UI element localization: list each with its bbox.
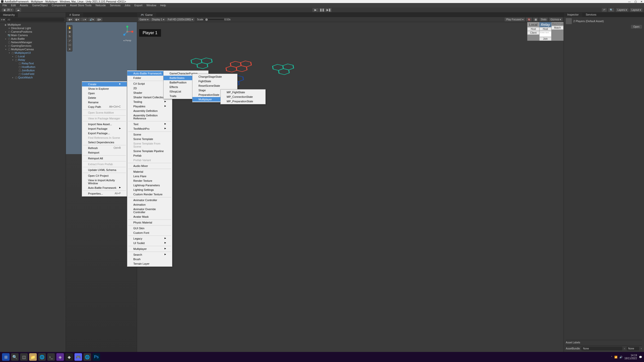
menu-export[interactable]: Export [132, 3, 144, 7]
mute-button[interactable]: 🔇 [526, 18, 532, 21]
account-button[interactable]: ◉ JR ▾ [2, 8, 14, 12]
layout-dropdown[interactable]: Layout ▾ [630, 8, 642, 12]
menu-help[interactable]: Help [158, 3, 168, 7]
menu-item[interactable]: Reimport All [82, 156, 127, 161]
menu-item[interactable]: Rename [82, 100, 127, 105]
relay-join-button[interactable]: Join [539, 37, 551, 41]
clock[interactable]: 14:19 18/11/2022 [624, 354, 637, 360]
menu-item[interactable]: Create▶ [82, 82, 127, 86]
search-button[interactable]: 🔍 [608, 8, 614, 12]
relay-code-input[interactable]: Enter text... [539, 31, 551, 37]
pause-button[interactable]: ❚❚ [319, 8, 325, 12]
layers-dropdown[interactable]: Layers ▾ [616, 8, 628, 12]
menu-window[interactable]: Window [144, 3, 158, 7]
menu-item[interactable]: Brush [127, 257, 172, 261]
assetbundle-variant-dropdown[interactable]: None [627, 347, 639, 350]
unity-icon[interactable]: ◆ [65, 353, 73, 361]
menu-item[interactable]: Auto-Battle Framework▶ [82, 186, 127, 190]
rect-tool[interactable]: ▭ [67, 43, 72, 47]
menu-item[interactable]: Text▶ [127, 122, 172, 126]
menu-item[interactable]: Select Dependencies [82, 140, 127, 145]
transform-tool[interactable]: ✦ [67, 47, 72, 51]
menu-item[interactable]: Properties...Alt+P [82, 191, 127, 196]
menu-item[interactable]: ChangeStageState [192, 74, 237, 79]
menu-item[interactable]: TextMeshPro▶ [127, 126, 172, 131]
menu-item[interactable]: Custom Font [127, 231, 172, 235]
local-client-button[interactable]: Client [527, 31, 539, 35]
discord-icon[interactable]: 🎮 [74, 353, 82, 361]
scale-tool[interactable]: ⤢ [67, 38, 72, 42]
menu-item[interactable]: Scene [127, 132, 172, 137]
local-host-button[interactable]: Host [527, 27, 539, 31]
menu-item[interactable]: Assembly Definition Reference [127, 113, 172, 121]
app-icon[interactable]: 🌐 [84, 353, 91, 361]
menu-item[interactable]: MP_PreparationState [221, 99, 265, 104]
explorer-icon[interactable]: 📁 [29, 353, 37, 361]
chrome-icon[interactable]: 🌐 [38, 353, 46, 361]
draw-mode-dropdown[interactable]: ◐▾ [74, 18, 80, 21]
menu-item[interactable]: Audio Mixer [127, 164, 172, 168]
assetbundle-dropdown[interactable]: None [581, 347, 622, 350]
menu-item[interactable]: Open C# Project [82, 173, 127, 178]
undo-history-button[interactable]: ↶ [602, 8, 607, 12]
hierarchy-item[interactable]: ▸▢CameraPositions [0, 30, 66, 33]
menu-component[interactable]: Component [50, 3, 68, 7]
shading-dropdown[interactable]: ◉▾ [67, 18, 73, 21]
step-button[interactable]: ▶❚ [326, 8, 332, 12]
menu-file[interactable]: File [1, 3, 9, 7]
menu-item[interactable]: Animator Controller [127, 198, 172, 202]
hierarchy-tree[interactable]: ◆Multiplayer☀Directional Light▸▢CameraPo… [0, 22, 66, 352]
hierarchy-item[interactable]: 📷Main Camera [0, 33, 66, 37]
menu-item[interactable]: Physic Material [127, 220, 172, 225]
menu-jobs[interactable]: Jobs [123, 3, 132, 7]
rotate-tool[interactable]: ↻ [67, 34, 72, 38]
scene-fx-button[interactable]: ▤▾ [96, 18, 102, 21]
display-dropdown[interactable]: Display 1 ▾ [150, 18, 166, 21]
hierarchy-item[interactable]: ▢RelayText [0, 62, 66, 65]
scene-tab[interactable]: #Scene [66, 13, 83, 17]
menu-asset store tools[interactable]: Asset Store Tools [68, 3, 93, 7]
menu-item[interactable]: Animator Override Controller [127, 207, 172, 214]
hierarchy-item[interactable]: ☀Directional Light [0, 26, 66, 30]
menu-item[interactable]: Export Package... [82, 131, 127, 135]
play-button[interactable]: ▶ [312, 8, 318, 12]
game-tab[interactable]: 🎮Game [137, 13, 156, 17]
hand-tool[interactable]: ✋ [67, 26, 72, 30]
menu-item[interactable]: Update UXML Schema [82, 168, 127, 172]
task-view-button[interactable]: ◫ [20, 353, 28, 361]
menu-gameobject[interactable]: GameObject [30, 3, 50, 7]
inspector-tab[interactable]: Inspector [564, 13, 582, 17]
menu-item[interactable]: Multiplayer▶ [127, 247, 172, 251]
menu-item[interactable]: Search▶ [127, 252, 172, 257]
relay-host-button[interactable]: Host [539, 27, 551, 31]
photoshop-icon[interactable]: Ps [93, 353, 100, 361]
menu-item[interactable]: RefreshCtrl+R [82, 146, 127, 150]
start-button[interactable]: ⊞ [2, 353, 10, 361]
menu-item[interactable]: Lens Flare [127, 174, 172, 178]
menu-item[interactable]: FightState [192, 79, 237, 83]
menu-item[interactable]: Reimport [82, 150, 127, 155]
menu-item[interactable]: Lightmap Parameters [127, 183, 172, 188]
scene-lighting-button[interactable]: ☼▾ [81, 18, 88, 21]
hierarchy-item[interactable]: ▢JoinButton [0, 69, 66, 72]
menu-item[interactable]: Open [82, 91, 127, 96]
menu-item[interactable]: MP_ConnectionState [221, 95, 265, 99]
cloud-button[interactable]: ☁ [15, 8, 21, 12]
hierarchy-tab[interactable]: Hierarchy [0, 13, 18, 17]
match-button[interactable]: Match [551, 26, 564, 30]
volume-icon[interactable]: 🔊 [619, 356, 622, 358]
scene-audio-button[interactable]: 🔊▾ [88, 18, 95, 21]
hierarchy-item[interactable]: ▢NetworkManager [0, 40, 66, 44]
search-button[interactable]: 🔍 [11, 353, 19, 361]
menu-assets[interactable]: Assets [18, 3, 30, 7]
menu-item[interactable]: Scene Template Pipeline [127, 149, 172, 153]
menu-item[interactable]: Material [127, 169, 172, 174]
context-menu-multiplayer[interactable]: MP_FightStateMP_ConnectionStateMP_Prepar… [220, 89, 266, 104]
hierarchy-item[interactable]: ▾▢MultiplayerCanvas [0, 48, 66, 51]
hierarchy-item[interactable]: ▢HostButton [0, 65, 66, 69]
hierarchy-item[interactable]: ▢CodeField [0, 72, 66, 76]
add-button[interactable]: + ▾ [1, 18, 5, 21]
context-menu-main[interactable]: Create▶Show in ExplorerOpenDeleteRenameC… [82, 81, 127, 197]
menu-item[interactable]: MP_FightState [221, 90, 265, 95]
menu-item[interactable]: Render Texture [127, 178, 172, 183]
